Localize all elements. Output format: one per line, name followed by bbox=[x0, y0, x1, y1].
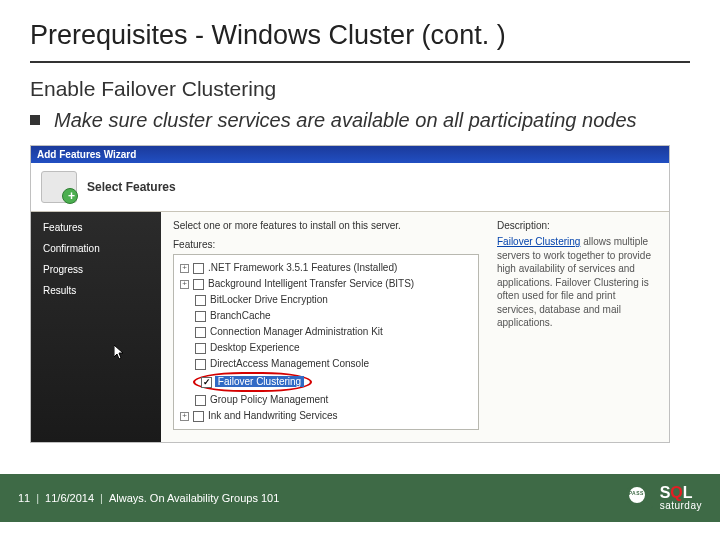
tree-node-failover[interactable]: Failover Clustering bbox=[180, 372, 472, 392]
logo-sql: SQL bbox=[660, 484, 693, 501]
checkbox[interactable] bbox=[195, 295, 206, 306]
window-titlebar: Add Features Wizard bbox=[31, 146, 669, 163]
tree-node-bitlocker[interactable]: BitLocker Drive Encryption bbox=[180, 292, 472, 308]
checkbox[interactable] bbox=[195, 395, 206, 406]
wizard-content: Select one or more features to install o… bbox=[161, 212, 669, 442]
tree-label: Desktop Experience bbox=[210, 340, 300, 356]
wizard-header-text: Select Features bbox=[87, 180, 176, 194]
page-number: 11 bbox=[18, 492, 30, 504]
footer-bar: 11 | 11/6/2014 | Always. On Availability… bbox=[0, 474, 720, 522]
slide-title: Prerequisites - Windows Cluster (cont. ) bbox=[30, 20, 690, 63]
add-feature-icon bbox=[41, 171, 77, 203]
footer-left: 11 | 11/6/2014 | Always. On Availability… bbox=[18, 492, 279, 504]
highlight-oval: Failover Clustering bbox=[193, 372, 312, 392]
expand-icon[interactable]: + bbox=[180, 412, 189, 421]
tree-label-selected: Failover Clustering bbox=[215, 376, 304, 387]
sidebar-item-results[interactable]: Results bbox=[43, 285, 149, 296]
checkbox[interactable] bbox=[195, 311, 206, 322]
wizard-sidebar: Features Confirmation Progress Results bbox=[31, 212, 161, 442]
footer-date: 11/6/2014 bbox=[45, 492, 94, 504]
bullet-icon bbox=[30, 115, 40, 125]
footer-title: Always. On Availability Groups 101 bbox=[109, 492, 279, 504]
tree-label: Connection Manager Administration Kit bbox=[210, 324, 383, 340]
tree-node-gpm[interactable]: Group Policy Management bbox=[180, 392, 472, 408]
features-label: Features: bbox=[173, 239, 479, 250]
logo-saturday: saturday bbox=[660, 501, 702, 511]
tree-label: Ink and Handwriting Services bbox=[208, 408, 338, 424]
logo-text: SQL saturday bbox=[660, 485, 702, 511]
checkbox[interactable] bbox=[193, 263, 204, 274]
magnifier-icon: PASS bbox=[626, 484, 654, 512]
separator: | bbox=[36, 492, 39, 504]
sidebar-item-features[interactable]: Features bbox=[43, 222, 149, 233]
checkbox[interactable] bbox=[193, 411, 204, 422]
checkbox[interactable] bbox=[193, 279, 204, 290]
checkbox[interactable] bbox=[195, 327, 206, 338]
description-panel: Description: Failover Clustering allows … bbox=[497, 220, 657, 430]
tree-node-bits[interactable]: +Background Intelligent Transfer Service… bbox=[180, 276, 472, 292]
sidebar-item-confirmation[interactable]: Confirmation bbox=[43, 243, 149, 254]
separator: | bbox=[100, 492, 103, 504]
tree-node-branch[interactable]: BranchCache bbox=[180, 308, 472, 324]
instruction-text: Select one or more features to install o… bbox=[173, 220, 479, 231]
tree-node-damc[interactable]: DirectAccess Management Console bbox=[180, 356, 472, 372]
wizard-body: Features Confirmation Progress Results S… bbox=[31, 212, 669, 442]
slide-content: Prerequisites - Windows Cluster (cont. )… bbox=[0, 0, 720, 443]
add-features-wizard-window: Add Features Wizard Select Features Feat… bbox=[30, 145, 670, 443]
tree-label: .NET Framework 3.5.1 Features (Installed… bbox=[208, 260, 397, 276]
description-label: Description: bbox=[497, 220, 657, 231]
tree-label: Group Policy Management bbox=[210, 392, 328, 408]
tree-node-cmak[interactable]: Connection Manager Administration Kit bbox=[180, 324, 472, 340]
description-text: Failover Clustering allows multiple serv… bbox=[497, 235, 657, 330]
bullet-text: Make sure cluster services are available… bbox=[52, 107, 637, 133]
expand-icon[interactable]: + bbox=[180, 264, 189, 273]
tree-label: BranchCache bbox=[210, 308, 271, 324]
failover-clustering-link[interactable]: Failover Clustering bbox=[497, 236, 580, 247]
sidebar-item-progress[interactable]: Progress bbox=[43, 264, 149, 275]
tree-label: DirectAccess Management Console bbox=[210, 356, 369, 372]
expand-icon[interactable]: + bbox=[180, 280, 189, 289]
wizard-header: Select Features bbox=[31, 163, 669, 212]
bullet-item: Make sure cluster services are available… bbox=[30, 107, 690, 133]
tree-node-net[interactable]: +.NET Framework 3.5.1 Features (Installe… bbox=[180, 260, 472, 276]
tree-node-desktop[interactable]: Desktop Experience bbox=[180, 340, 472, 356]
tree-node-ink[interactable]: +Ink and Handwriting Services bbox=[180, 408, 472, 424]
features-panel: Select one or more features to install o… bbox=[173, 220, 479, 430]
features-tree[interactable]: +.NET Framework 3.5.1 Features (Installe… bbox=[173, 254, 479, 430]
tree-label: BitLocker Drive Encryption bbox=[210, 292, 328, 308]
description-body: allows multiple servers to work together… bbox=[497, 236, 651, 328]
slide-subtitle: Enable Failover Clustering bbox=[30, 77, 690, 101]
sql-saturday-logo: PASS SQL saturday bbox=[626, 484, 702, 512]
pass-text: PASS bbox=[629, 490, 644, 496]
checkbox-checked[interactable] bbox=[201, 377, 212, 388]
checkbox[interactable] bbox=[195, 343, 206, 354]
checkbox[interactable] bbox=[195, 359, 206, 370]
tree-label: Background Intelligent Transfer Service … bbox=[208, 276, 414, 292]
